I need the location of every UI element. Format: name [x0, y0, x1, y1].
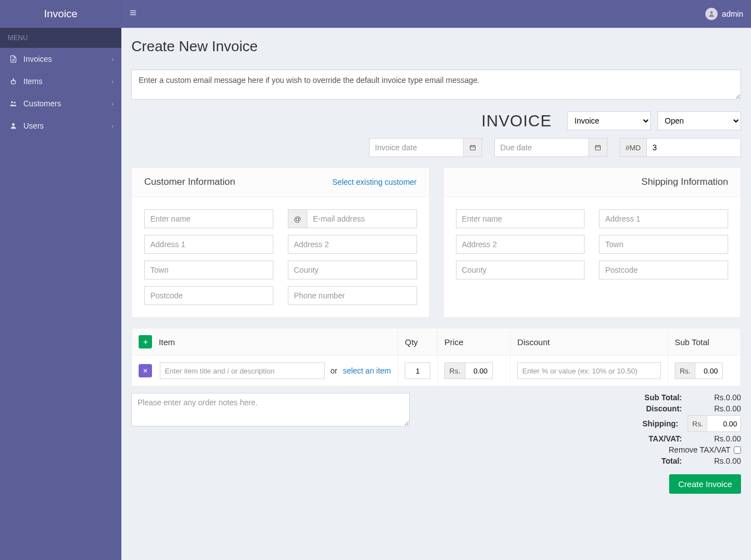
item-title-input[interactable]	[160, 362, 325, 379]
chevron-left-icon: ‹	[112, 123, 114, 129]
basket-icon	[8, 77, 19, 85]
remove-taxvat-checkbox[interactable]	[734, 446, 741, 454]
brand-text: Invoice	[44, 8, 77, 20]
chevron-left-icon: ‹	[112, 101, 114, 107]
col-item-header: Item	[159, 337, 175, 347]
svg-rect-9	[470, 146, 475, 150]
remove-taxvat-label: Remove TAX/VAT	[669, 445, 730, 454]
sidebar-item-customers[interactable]: Customers ‹	[0, 92, 121, 115]
shipping-name-input[interactable]	[456, 209, 585, 228]
customer-address2-input[interactable]	[288, 235, 417, 254]
delete-item-button[interactable]	[139, 364, 152, 377]
user-icon	[8, 122, 19, 130]
chevron-left-icon: ‹	[112, 78, 114, 85]
invoice-id-input[interactable]	[646, 138, 741, 157]
taxvat-label: TAX/VAT:	[649, 434, 682, 443]
menu-toggle-icon[interactable]	[129, 9, 137, 19]
svg-rect-13	[595, 146, 600, 150]
discount-value: Rs.0.00	[691, 404, 741, 413]
invoice-id-group: #MD	[620, 138, 741, 157]
users-icon	[8, 100, 19, 107]
add-item-button[interactable]	[139, 335, 152, 348]
calendar-icon[interactable]	[589, 138, 607, 157]
total-value: Rs.0.00	[691, 456, 741, 465]
col-price-header: Price	[438, 328, 511, 356]
shipping-label: Shipping:	[642, 419, 679, 428]
calendar-icon[interactable]	[464, 138, 482, 157]
currency-prefix: Rs.	[688, 415, 708, 432]
email-message-textarea[interactable]	[131, 70, 741, 100]
shipping-input[interactable]	[708, 415, 741, 432]
topbar-user[interactable]: admin	[705, 8, 743, 20]
page-title: Create New Invoice	[131, 38, 741, 55]
or-text: or	[330, 366, 337, 375]
chevron-left-icon: ‹	[112, 56, 114, 62]
discount-input[interactable]	[517, 362, 661, 379]
svg-point-4	[12, 123, 15, 126]
customer-name-input[interactable]	[144, 209, 273, 228]
sidebar-item-items[interactable]: Items ‹	[0, 70, 121, 92]
customer-postcode-input[interactable]	[144, 286, 273, 305]
shipping-county-input[interactable]	[456, 261, 585, 279]
subtotal-value: Rs.0.00	[691, 393, 741, 402]
sidebar-menu-header: MENU	[0, 28, 121, 48]
sidebar-item-label: Users	[23, 121, 112, 130]
sidebar-item-label: Invoices	[23, 55, 112, 63]
customer-phone-input[interactable]	[288, 286, 417, 305]
qty-input[interactable]	[405, 362, 430, 379]
select-existing-customer-link[interactable]: Select existing customer	[332, 178, 417, 186]
subtotal-label: Sub Total:	[645, 393, 682, 402]
order-notes-textarea[interactable]	[131, 393, 410, 426]
sidebar: Invoice MENU Invoices ‹ Items ‹ Customer…	[0, 0, 121, 560]
sidebar-item-invoices[interactable]: Invoices ‹	[0, 48, 121, 70]
totals: Sub Total: Rs.0.00 Discount: Rs.0.00 Shi…	[507, 393, 741, 494]
invoice-type-select[interactable]: Invoice	[567, 111, 651, 130]
at-icon: @	[288, 209, 307, 228]
topbar: admin	[121, 0, 751, 28]
svg-point-2	[11, 101, 13, 104]
shipping-panel: Shipping Information	[443, 167, 742, 318]
file-text-icon	[8, 55, 19, 63]
customer-county-input[interactable]	[288, 261, 417, 279]
customer-panel: Customer Information Select existing cus…	[131, 167, 430, 318]
topbar-username: admin	[722, 9, 743, 18]
invoice-date-input[interactable]	[369, 138, 464, 157]
price-input[interactable]	[465, 362, 493, 379]
subtotal-input[interactable]	[695, 362, 723, 379]
invoice-id-prefix: #MD	[620, 138, 646, 157]
taxvat-value: Rs.0.00	[691, 434, 741, 443]
svg-point-3	[14, 102, 16, 104]
sidebar-item-label: Items	[23, 77, 112, 86]
customer-address1-input[interactable]	[144, 235, 273, 254]
customer-panel-title: Customer Information	[144, 176, 235, 188]
discount-label: Discount:	[646, 404, 682, 413]
col-qty-header: Qty	[398, 328, 438, 356]
create-invoice-button[interactable]: Create Invoice	[669, 474, 741, 494]
invoice-status-select[interactable]: Open	[657, 111, 741, 130]
invoice-header-label: INVOICE	[482, 112, 552, 130]
items-table: Item Qty Price Discount Sub Total	[131, 328, 741, 386]
select-item-link[interactable]: select an item	[343, 366, 391, 375]
due-date-group	[494, 138, 607, 157]
col-discount-header: Discount	[511, 328, 668, 356]
currency-prefix: Rs.	[444, 362, 465, 379]
brand[interactable]: Invoice	[0, 0, 121, 28]
due-date-input[interactable]	[494, 138, 589, 157]
shipping-town-input[interactable]	[599, 235, 728, 254]
shipping-address2-input[interactable]	[456, 235, 585, 254]
customer-town-input[interactable]	[144, 261, 273, 279]
avatar-icon	[705, 8, 718, 20]
col-subtotal-header: Sub Total	[667, 328, 740, 356]
shipping-panel-title: Shipping Information	[641, 176, 728, 188]
svg-point-8	[710, 11, 713, 14]
sidebar-item-users[interactable]: Users ‹	[0, 115, 121, 137]
customer-email-input[interactable]	[307, 209, 417, 228]
table-row: or select an item Rs.	[132, 356, 741, 386]
shipping-address1-input[interactable]	[599, 209, 728, 228]
invoice-date-group	[369, 138, 482, 157]
currency-prefix: Rs.	[675, 362, 695, 379]
sidebar-item-label: Customers	[23, 99, 112, 108]
shipping-postcode-input[interactable]	[599, 261, 728, 279]
total-label: Total:	[661, 456, 682, 465]
